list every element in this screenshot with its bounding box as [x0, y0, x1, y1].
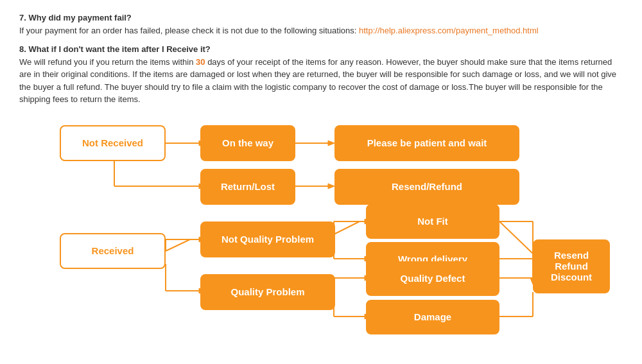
section7-text: If your payment for an order has failed,… [19, 26, 359, 35]
svg-line-30 [499, 221, 533, 254]
section7: 7. Why did my payment fail? If your paym… [19, 12, 623, 37]
svg-marker-7 [328, 141, 334, 146]
diagram: Not Received On the way Return/Lost Plea… [19, 112, 636, 363]
section8: 8. What if I don't want the item after I… [19, 43, 623, 106]
svg-line-17 [334, 221, 360, 234]
section7-title: 7. Why did my payment fail? [19, 13, 132, 22]
page: 7. Why did my payment fail? If your paym… [0, 0, 642, 364]
please-wait-box: Please be patient and wait [334, 125, 519, 161]
resend-refund-top-box: Resend/Refund [334, 169, 519, 205]
return-lost-box: Return/Lost [200, 169, 295, 205]
section8-highlight: 30 [196, 57, 205, 67]
svg-line-10 [166, 239, 190, 251]
not-received-box: Not Received [60, 125, 166, 161]
received-box: Received [60, 233, 166, 269]
quality-defect-box: Quality Defect [366, 261, 499, 296]
on-the-way-box: On the way [200, 125, 295, 161]
section8-title: 8. What if I don't want the item after I… [19, 44, 211, 54]
resend-refund-discount-box: Resend Refund Discount [533, 239, 610, 293]
section7-link[interactable]: http://help.aliexpress.com/payment_metho… [359, 26, 539, 35]
not-fit-box: Not Fit [366, 204, 499, 239]
not-quality-problem-box: Not Quality Problem [200, 221, 335, 257]
quality-problem-box: Quality Problem [200, 274, 335, 310]
svg-marker-9 [328, 184, 334, 189]
section8-text1: We will refund you if you return the ite… [19, 57, 196, 67]
damage-box: Damage [366, 300, 499, 334]
